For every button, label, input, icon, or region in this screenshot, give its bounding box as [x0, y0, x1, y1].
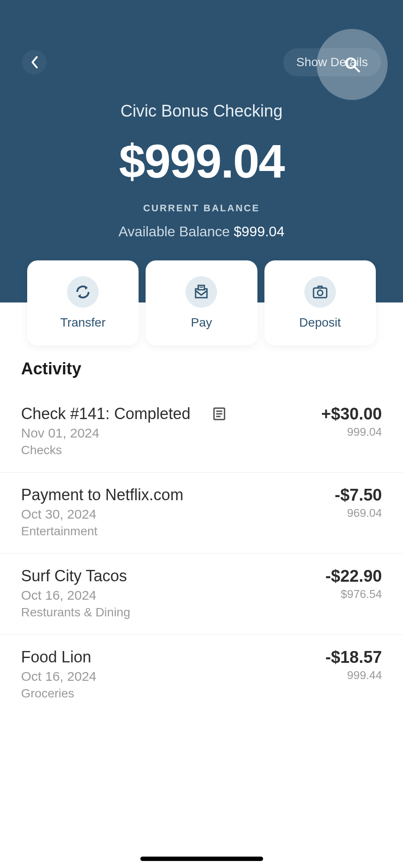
- transaction-running-balance: 969.04: [335, 506, 382, 520]
- deposit-button[interactable]: Deposit: [264, 260, 376, 345]
- transaction-date: Oct 16, 2024: [21, 588, 130, 603]
- transaction-title: Payment to Netflix.com: [21, 486, 183, 504]
- transaction-left: Payment to Netflix.comOct 30, 2024Entert…: [21, 486, 183, 538]
- svg-rect-5: [314, 288, 327, 298]
- transaction-category: Entertainment: [21, 524, 183, 538]
- current-balance-label: CURRENT BALANCE: [0, 203, 403, 214]
- transaction-running-balance: $976.54: [325, 587, 382, 601]
- svg-point-6: [317, 290, 323, 295]
- available-balance-amount: $999.04: [234, 224, 285, 239]
- search-icon: [343, 56, 361, 73]
- transaction-date: Nov 01, 2024: [21, 426, 227, 441]
- transaction-row[interactable]: Check #141: CompletedNov 01, 2024Checks+…: [0, 391, 403, 473]
- chevron-left-icon: [30, 55, 39, 69]
- transaction-list: Check #141: CompletedNov 01, 2024Checks+…: [0, 391, 403, 715]
- transaction-title-row: Check #141: Completed: [21, 405, 227, 423]
- transaction-title-row: Food Lion: [21, 648, 96, 666]
- transaction-date: Oct 16, 2024: [21, 669, 96, 684]
- transfer-icon: [74, 283, 92, 301]
- svg-line-1: [355, 67, 359, 71]
- transfer-button[interactable]: Transfer: [27, 260, 139, 345]
- pay-button[interactable]: Pay: [146, 260, 257, 345]
- transaction-running-balance: 999.44: [325, 669, 382, 682]
- document-icon[interactable]: [211, 406, 227, 422]
- transaction-row[interactable]: Payment to Netflix.comOct 30, 2024Entert…: [0, 473, 403, 554]
- transaction-right: -$18.57999.44: [325, 648, 382, 701]
- camera-icon: [311, 283, 329, 301]
- transfer-icon-circle: [67, 276, 99, 308]
- transaction-right: +$30.00999.04: [321, 405, 382, 457]
- envelope-icon: [192, 283, 210, 301]
- transaction-row[interactable]: Food LionOct 16, 2024Groceries-$18.57999…: [0, 635, 403, 715]
- transaction-right: -$22.90$976.54: [325, 567, 382, 619]
- transaction-running-balance: 999.04: [321, 425, 382, 439]
- transaction-category: Resturants & Dining: [21, 605, 130, 619]
- transaction-right: -$7.50969.04: [335, 486, 382, 538]
- transaction-left: Surf City TacosOct 16, 2024Resturants & …: [21, 567, 130, 619]
- transaction-category: Checks: [21, 443, 227, 457]
- available-balance-label: Available Balance: [118, 224, 230, 239]
- home-indicator: [140, 857, 263, 861]
- transaction-title: Check #141: Completed: [21, 405, 190, 423]
- pay-label: Pay: [191, 316, 212, 330]
- account-header: Show Details Civic Bonus Checking $999.0…: [0, 0, 403, 302]
- transaction-amount: -$7.50: [335, 486, 382, 505]
- transaction-category: Groceries: [21, 687, 96, 701]
- search-button[interactable]: [317, 29, 388, 100]
- account-balance: $999.04: [0, 134, 403, 189]
- deposit-label: Deposit: [299, 316, 341, 330]
- available-balance-row: Available Balance $999.04: [0, 224, 403, 240]
- activity-header: Activity: [0, 359, 403, 391]
- transaction-left: Food LionOct 16, 2024Groceries: [21, 648, 96, 701]
- pay-icon-circle: [185, 276, 217, 308]
- transaction-left: Check #141: CompletedNov 01, 2024Checks: [21, 405, 227, 457]
- transaction-title: Surf City Tacos: [21, 567, 127, 585]
- transaction-amount: -$22.90: [325, 567, 382, 586]
- transaction-amount: +$30.00: [321, 405, 382, 423]
- transaction-title-row: Surf City Tacos: [21, 567, 130, 585]
- deposit-icon-circle: [304, 276, 336, 308]
- transaction-title: Food Lion: [21, 648, 91, 666]
- transaction-row[interactable]: Surf City TacosOct 16, 2024Resturants & …: [0, 554, 403, 635]
- transfer-label: Transfer: [61, 316, 106, 330]
- transaction-amount: -$18.57: [325, 648, 382, 667]
- transaction-title-row: Payment to Netflix.com: [21, 486, 183, 504]
- transaction-date: Oct 30, 2024: [21, 507, 183, 522]
- action-cards: Transfer Pay Deposit: [0, 260, 403, 345]
- account-info: Civic Bonus Checking $999.04 CURRENT BAL…: [0, 102, 403, 240]
- account-name: Civic Bonus Checking: [0, 102, 403, 121]
- back-button[interactable]: [22, 50, 46, 75]
- content-area: Activity Check #141: CompletedNov 01, 20…: [0, 302, 403, 868]
